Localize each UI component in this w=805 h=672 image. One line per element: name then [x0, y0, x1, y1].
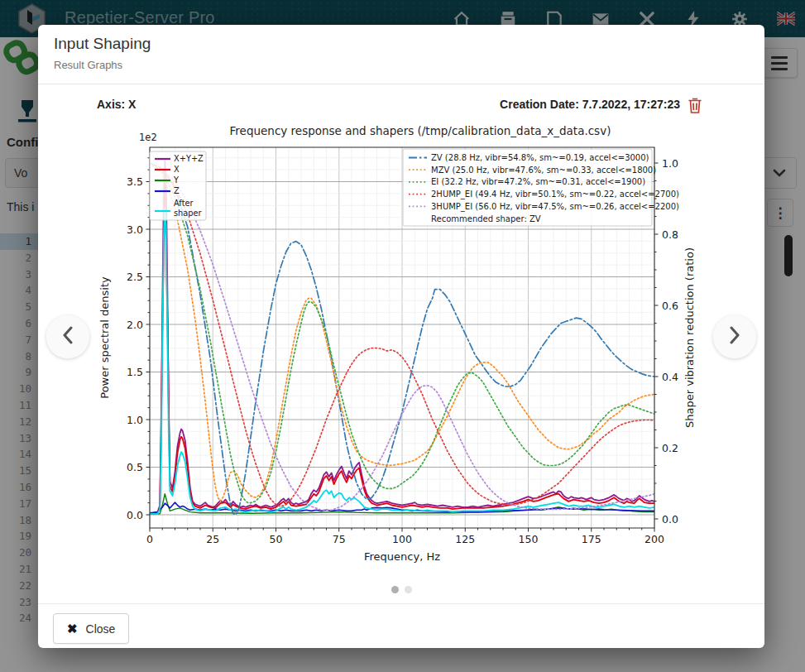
svg-text:200: 200: [644, 533, 664, 545]
dialog-header: Input Shaping Result Graphs: [38, 25, 764, 84]
svg-text:3.5: 3.5: [127, 175, 143, 188]
chevron-right-icon: [729, 326, 740, 348]
svg-text:0.6: 0.6: [662, 300, 678, 312]
result-chart: 02550751001251501752000.00.51.01.52.02.5…: [96, 118, 705, 577]
dialog-subtitle: Result Graphs: [54, 59, 122, 71]
svg-text:50: 50: [270, 533, 283, 545]
svg-text:2HUMP_EI (49.4 Hz, vibr=50.1%,: 2HUMP_EI (49.4 Hz, vibr=50.1%, sm~=0.22,…: [431, 190, 679, 199]
svg-text:0.4: 0.4: [662, 371, 678, 383]
graph-meta-row: Axis: X Creation Date: 7.7.2022, 17:27:2…: [38, 96, 764, 116]
svg-text:75: 75: [333, 533, 346, 545]
svg-text:150: 150: [519, 533, 539, 545]
svg-text:0.2: 0.2: [662, 442, 678, 454]
svg-text:Z: Z: [174, 186, 180, 195]
carousel-next-button[interactable]: [713, 315, 756, 358]
result-chart-svg: 02550751001251501752000.00.51.01.52.02.5…: [96, 118, 705, 577]
carousel-dot-1[interactable]: [405, 586, 412, 593]
svg-text:0.0: 0.0: [127, 509, 143, 521]
svg-text:0.8: 0.8: [662, 228, 678, 241]
svg-text:3HUMP_EI (56.0 Hz, vibr=47.5%,: 3HUMP_EI (56.0 Hz, vibr=47.5%, sm~=0.26,…: [431, 202, 679, 212]
svg-text:X+Y+Z: X+Y+Z: [174, 154, 204, 163]
close-button-label: Close: [86, 622, 116, 636]
svg-text:Power spectral density: Power spectral density: [98, 276, 111, 399]
svg-text:Y: Y: [173, 175, 179, 185]
carousel-dots: [38, 586, 764, 593]
chevron-left-icon: [62, 326, 74, 348]
carousel-prev-button[interactable]: [46, 315, 89, 358]
dialog-title: Input Shaping: [54, 35, 151, 53]
creation-date: Creation Date: 7.7.2022, 17:27:23: [500, 98, 680, 111]
svg-text:25: 25: [206, 533, 219, 545]
svg-text:1.5: 1.5: [127, 366, 143, 378]
close-x-icon: ✖: [67, 622, 78, 636]
svg-text:0.0: 0.0: [662, 513, 678, 526]
svg-text:125: 125: [455, 533, 475, 545]
svg-text:After: After: [174, 199, 194, 208]
svg-text:Frequency, Hz: Frequency, Hz: [364, 550, 440, 563]
svg-text:3.0: 3.0: [127, 223, 143, 236]
svg-text:Shaper vibration reduction (ra: Shaper vibration reduction (ratio): [683, 247, 696, 428]
svg-text:0.5: 0.5: [127, 461, 143, 473]
svg-text:shaper: shaper: [174, 209, 203, 218]
svg-text:2.0: 2.0: [127, 319, 143, 331]
svg-text:100: 100: [392, 533, 412, 545]
delete-trash-icon[interactable]: [687, 96, 703, 114]
svg-text:0: 0: [146, 533, 153, 545]
svg-text:Recommended shaper: ZV: Recommended shaper: ZV: [431, 214, 541, 223]
svg-text:ZV (28.8 Hz, vibr=54.8%, sm~=0: ZV (28.8 Hz, vibr=54.8%, sm~=0.19, accel…: [431, 153, 649, 162]
svg-text:1.0: 1.0: [127, 414, 143, 426]
svg-text:X: X: [174, 165, 180, 174]
svg-text:1e2: 1e2: [139, 132, 157, 143]
svg-text:MZV (25.0 Hz, vibr=47.6%, sm~=: MZV (25.0 Hz, vibr=47.6%, sm~=0.33, acce…: [431, 166, 656, 175]
carousel-dot-0[interactable]: [391, 586, 399, 593]
svg-text:Frequency response and shapers: Frequency response and shapers (/tmp/cal…: [230, 124, 611, 137]
screen: Repetier-Server Pro: [0, 0, 805, 672]
svg-text:EI (32.2 Hz, vibr=47.2%, sm~=0: EI (32.2 Hz, vibr=47.2%, sm~=0.31, accel…: [431, 177, 645, 186]
close-button[interactable]: ✖ Close: [53, 613, 129, 644]
svg-text:1.0: 1.0: [662, 157, 678, 170]
axis-label: Axis: X: [97, 98, 136, 111]
dialog-footer: ✖ Close: [38, 603, 764, 648]
input-shaping-dialog: Input Shaping Result Graphs Axis: X Crea…: [38, 25, 764, 648]
svg-text:2.5: 2.5: [127, 271, 143, 283]
svg-text:175: 175: [582, 533, 601, 545]
